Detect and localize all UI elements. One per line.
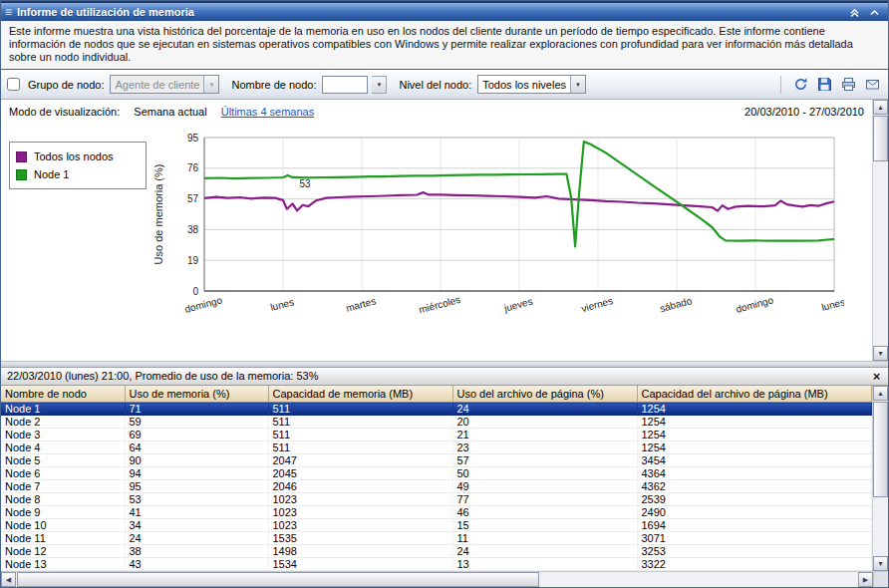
table-cell: Node 13: [1, 558, 125, 571]
node-tier-label: Nivel del nodo:: [399, 79, 471, 91]
svg-text:sábado: sábado: [659, 295, 694, 314]
table-row[interactable]: Node 5902047573454: [1, 454, 872, 467]
table-cell: 1534: [268, 558, 452, 571]
table-cell: 24: [452, 545, 637, 558]
save-button[interactable]: [814, 75, 834, 95]
table-row[interactable]: Node 464511231254: [1, 441, 872, 454]
table-cell: Node 9: [1, 506, 125, 519]
table-cell: Node 7: [1, 480, 125, 493]
content-vertical-scrollbar[interactable]: ▲ ▼: [872, 100, 888, 361]
table-cell: 53: [125, 493, 268, 506]
node-group-label: Grupo de nodo:: [28, 79, 104, 91]
scroll-right-button[interactable]: ▶: [858, 572, 873, 587]
table-row[interactable]: Node 259511201254: [1, 416, 872, 429]
svg-text:76: 76: [187, 162, 199, 173]
table-vertical-scrollbar[interactable]: ▲ ▼: [872, 386, 888, 572]
panel-splitter[interactable]: [1, 361, 888, 368]
node-name-input[interactable]: [322, 76, 368, 94]
table-row[interactable]: Node 13431534133322: [1, 558, 872, 571]
table-cell: 34: [125, 519, 268, 532]
table-row[interactable]: Node 12381498243253: [1, 545, 872, 558]
scroll-track[interactable]: [873, 401, 888, 557]
table-cell: 24: [125, 532, 268, 545]
table-row[interactable]: Node 7952046494362: [1, 480, 872, 493]
scroll-thumb[interactable]: [873, 402, 888, 497]
column-header[interactable]: Uso del archivo de página (%): [452, 386, 637, 403]
table-cell: Node 5: [1, 454, 125, 467]
scroll-track[interactable]: [16, 572, 858, 587]
scroll-down-button[interactable]: ▼: [873, 556, 888, 571]
detail-panel-title: 22/03/2010 (lunes) 21:00, Promedio de us…: [7, 370, 869, 382]
print-button[interactable]: [838, 75, 858, 95]
table-row[interactable]: Node 10341023151694: [1, 519, 872, 532]
column-header[interactable]: Uso de memoria (%): [125, 386, 268, 403]
table-row[interactable]: Node 6942045504364: [1, 467, 872, 480]
scroll-up-button[interactable]: ▲: [873, 100, 888, 115]
scroll-thumb[interactable]: [17, 572, 539, 587]
table-row[interactable]: Node 11241535113071: [1, 532, 872, 545]
toolbar-separator: [780, 76, 781, 94]
column-header[interactable]: Capacidad del archivo de página (MB): [637, 386, 872, 403]
table-cell: 511: [268, 429, 452, 441]
detail-panel-header: 22/03/2010 (lunes) 21:00, Promedio de us…: [1, 368, 888, 386]
view-mode-label: Modo de visualización:: [9, 106, 120, 118]
table-cell: 77: [452, 493, 637, 506]
svg-text:lunes: lunes: [820, 296, 844, 313]
collapse-all-icon[interactable]: [846, 5, 862, 19]
refresh-button[interactable]: [790, 75, 810, 95]
table-cell: 1254: [637, 441, 872, 454]
close-icon[interactable]: ×: [869, 369, 884, 383]
table-cell: 2045: [268, 467, 452, 480]
table-cell: 94: [125, 467, 268, 480]
svg-text:domingo: domingo: [183, 294, 223, 315]
svg-text:lunes: lunes: [269, 296, 295, 313]
table-cell: Node 1: [1, 403, 125, 416]
collapse-panel-icon[interactable]: [866, 5, 882, 19]
scroll-thumb[interactable]: [873, 116, 888, 161]
email-button[interactable]: [862, 75, 882, 95]
chart-holder: domingolunesmartesmiércolesjuevesviernes…: [147, 124, 872, 345]
column-header[interactable]: Capacidad de memoria (MB): [268, 386, 452, 403]
table-row[interactable]: Node 369511211254: [1, 429, 872, 441]
envelope-icon: [865, 77, 880, 92]
table-cell: 511: [268, 441, 452, 454]
horizontal-scrollbar[interactable]: ◀ ▶: [1, 571, 888, 587]
table-cell: Node 4: [1, 441, 125, 454]
table-cell: 15: [452, 519, 637, 532]
table-row[interactable]: Node 8531023772539: [1, 493, 872, 506]
node-table-body: Node 171511241254Node 259511201254Node 3…: [1, 403, 872, 571]
node-group-value: Agente de cliente: [115, 79, 199, 91]
date-range: 20/03/2010 - 27/03/2010: [744, 106, 864, 118]
view-mode-current[interactable]: Semana actual: [134, 106, 206, 118]
table-cell: 59: [125, 416, 268, 429]
column-header[interactable]: Nombre de nodo: [1, 386, 125, 403]
node-tier-select[interactable]: Todos los niveles ▼: [477, 75, 586, 94]
node-name-dropdown-button[interactable]: ▼: [372, 76, 387, 94]
legend: Todos los nodosNode 1: [9, 142, 147, 189]
table-cell: 49: [452, 480, 637, 493]
scroll-left-button[interactable]: ◀: [1, 572, 16, 587]
scroll-track[interactable]: [873, 115, 888, 346]
scroll-down-button[interactable]: ▼: [873, 346, 888, 361]
save-icon: [817, 77, 832, 92]
memory-usage-chart: domingolunesmartesmiércolesjuevesviernes…: [147, 124, 844, 343]
table-cell: 511: [268, 403, 452, 416]
refresh-icon: [793, 77, 808, 92]
table-cell: 69: [125, 429, 268, 441]
table-cell: 11: [452, 532, 637, 545]
table-cell: 1535: [268, 532, 452, 545]
table-row[interactable]: Node 171511241254: [1, 403, 872, 416]
printer-icon: [841, 77, 856, 92]
table-cell: 71: [125, 403, 268, 416]
table-row[interactable]: Node 9411023462490: [1, 506, 872, 519]
report-description: Este informe muestra una vista histórica…: [1, 21, 888, 70]
table-cell: 23: [452, 441, 637, 454]
svg-text:miércoles: miércoles: [418, 294, 461, 316]
table-cell: Node 10: [1, 519, 125, 532]
view-mode-link-last4weeks[interactable]: Últimas 4 semanas: [221, 106, 315, 118]
table-cell: 95: [125, 480, 268, 493]
scroll-up-button[interactable]: ▲: [873, 386, 888, 401]
table-cell: 4362: [637, 480, 872, 493]
node-group-checkbox[interactable]: [7, 78, 20, 91]
legend-item: Todos los nodos: [16, 147, 140, 165]
